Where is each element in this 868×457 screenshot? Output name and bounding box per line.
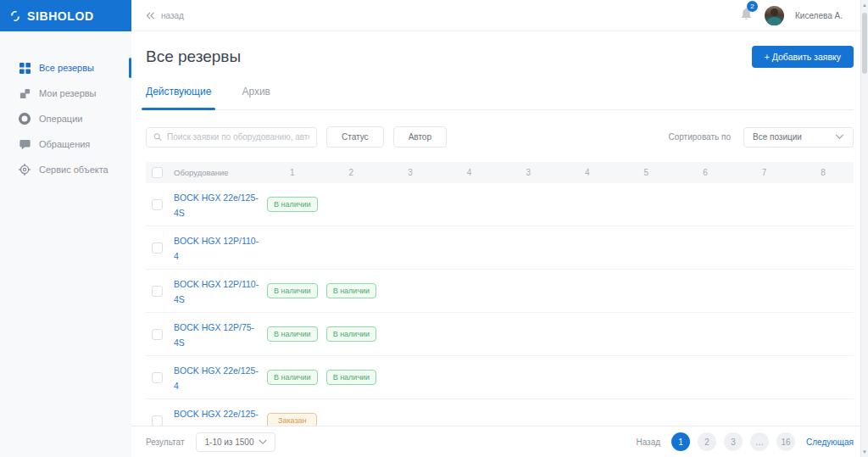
table-row: BOCK HGX 12P/75-4S В наличии В наличии [146,313,854,356]
tab-bar: Действующие Архив [146,86,854,110]
equipment-link[interactable]: BOCK HGX 12P/75-4S [174,322,254,348]
author-filter-button[interactable]: Автор [393,126,447,148]
sort-label: Сортировать по [668,132,731,142]
search-box [146,127,317,148]
sidebar-nav: Все резервы Мои резервы [0,31,131,182]
notifications-button[interactable]: 2 [739,6,754,25]
chevron-down-icon [835,134,844,140]
title-row: Все резервы + Добавить заявку [146,46,854,68]
search-icon [153,132,162,142]
status-badge: В наличии [326,370,377,385]
table-row: BOCK HGX 22e/125-4 В наличии В наличии [146,356,854,399]
equipment-link[interactable]: BOCK HGX 12P/110-4S [174,279,259,304]
prev-page-button[interactable]: Назад [636,437,660,447]
next-page-button[interactable]: Следующая [806,437,854,447]
equipment-link[interactable]: BOCK HGX 22e/125-4 [174,365,259,391]
cog-outline-icon [19,164,31,176]
blocks-icon [19,87,31,99]
column-header: 3 [498,168,558,177]
header-checkbox-cell [146,167,163,178]
status-badge: В наличии [267,326,318,342]
column-header: 2 [322,168,381,177]
page-content: Все резервы + Добавить заявку Действующи… [131,46,868,443]
column-header: 4 [440,168,499,177]
page-button-2[interactable]: 2 [698,432,716,451]
row-checkbox[interactable] [152,286,163,297]
sidebar-item-label: Все резервы [39,63,94,73]
page-button-3[interactable]: 3 [724,432,743,451]
row-checkbox[interactable] [152,242,163,254]
sidebar-item-all-reserves[interactable]: Все резервы [0,55,131,81]
gear-icon [19,113,31,125]
sort-select-value: Все позиции [753,132,802,142]
top-bar: назад 2 Киселева А. [131,0,868,31]
back-button[interactable]: назад [146,11,184,20]
scrollbar-thumb[interactable] [862,13,867,74]
sort-select[interactable]: Все позиции [743,127,854,148]
pagination-footer: Результат 1-10 из 1500 Назад 1 2 3 … 16 … [131,426,868,457]
equipment-link[interactable]: BOCK HGX 12P/110-4 [174,236,259,261]
result-label: Результат [146,437,184,447]
row-checkbox[interactable] [152,372,163,383]
status-filter-button[interactable]: Статус [326,126,384,148]
table-row: BOCK HGX 12P/110-4S В наличии В наличии [146,270,854,313]
row-checkbox[interactable] [152,415,163,426]
equipment-column-header: Оборудование [174,168,263,177]
sidebar-item-requests[interactable]: Обращения [0,131,131,157]
double-chevron-left-icon [146,12,155,20]
column-header: 3 [381,168,440,177]
column-header: 5 [617,168,676,177]
page-button-1[interactable]: 1 [671,432,690,451]
sidebar-item-label: Сервис объекта [39,164,108,175]
filter-bar: Статус Автор Сортировать по Все позиции [146,126,854,148]
message-icon [19,138,31,150]
column-header: 1 [263,168,322,177]
main-area: назад 2 Киселева А. Все резервы + Добави… [131,0,868,457]
sidebar-item-operations[interactable]: Операции [0,106,131,131]
result-range-value: 1-10 из 1500 [204,437,253,447]
sidebar-item-label: Обращения [39,139,90,149]
tab-active-reserves[interactable]: Действующие [146,86,211,109]
sidebar-item-label: Операции [39,114,82,124]
sidebar: SIBHOLOD Все резервы [0,0,131,457]
user-name[interactable]: Киселева А. [795,11,843,20]
column-header: 4 [558,168,617,177]
page-button-16[interactable]: 16 [776,432,795,451]
result-range-select[interactable]: 1-10 из 1500 [196,432,275,452]
notification-count-badge: 2 [747,1,758,12]
page-title: Все резервы [146,47,241,67]
table-row: BOCK HGX 22e/125-4S В наличии [146,183,854,226]
app-window: SIBHOLOD Все резервы [0,0,868,457]
column-headers: 1 2 3 4 3 4 5 6 7 8 [263,168,853,177]
search-input[interactable] [167,132,309,142]
row-checkbox[interactable] [152,199,163,210]
brand-swirl-icon [9,10,21,22]
add-request-button[interactable]: + Добавить заявку [752,46,854,68]
grid-icon [19,62,31,74]
user-avatar[interactable] [765,6,784,25]
reserves-table: Оборудование 1 2 3 4 3 4 5 6 7 8 [146,162,854,443]
table-header-row: Оборудование 1 2 3 4 3 4 5 6 7 8 [146,162,854,183]
status-badge: В наличии [267,283,318,298]
scroll-down-arrow-icon[interactable]: ▼ [861,449,868,454]
sidebar-item-label: Мои резервы [39,88,97,98]
row-checkbox[interactable] [152,329,163,340]
select-all-checkbox[interactable] [152,167,163,178]
sidebar-item-my-reserves[interactable]: Мои резервы [0,81,131,106]
sort-controls: Сортировать по Все позиции [668,127,854,148]
vertical-scrollbar[interactable]: ▲ ▼ [860,0,868,457]
pager: Назад 1 2 3 … 16 Следующая [636,432,854,451]
status-badge: В наличии [267,197,318,212]
back-label: назад [161,11,184,20]
page-ellipsis: … [750,432,769,451]
tab-archive[interactable]: Архив [242,86,270,109]
scroll-up-arrow-icon[interactable]: ▲ [861,3,868,8]
brand-logo[interactable]: SIBHOLOD [0,0,131,31]
top-bar-right: 2 Киселева А. [739,6,843,25]
status-badge: В наличии [326,326,377,342]
column-header: 8 [793,168,853,177]
equipment-link[interactable]: BOCK HGX 22e/125-4S [174,192,259,218]
table-row: BOCK HGX 12P/110-4 [146,226,854,270]
sidebar-item-object-service[interactable]: Сервис объекта [0,157,131,182]
brand-name: SIBHOLOD [27,9,94,23]
